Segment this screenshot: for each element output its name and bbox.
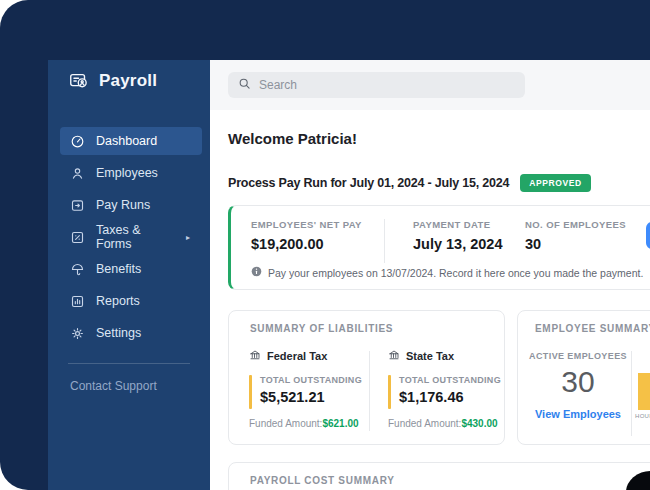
stat-divider (384, 219, 385, 263)
reports-icon (70, 294, 85, 309)
outstanding-label: TOTAL OUTSTANDING (399, 375, 501, 385)
funded-amount-row: Funded Amount:$621.00 (249, 418, 369, 429)
payroll-cost-card: PAYROLL COST SUMMARY (228, 462, 650, 490)
sidebar-divider (68, 363, 190, 364)
outstanding-label: TOTAL OUTSTANDING (260, 375, 362, 385)
sidebar-item-label: Settings (96, 326, 141, 340)
employees-icon (70, 166, 85, 181)
stat-value: 30 (525, 236, 626, 252)
federal-tax-block: Federal Tax TOTAL OUTSTANDING $5,521.21 … (249, 347, 369, 429)
dashboard-icon (70, 134, 85, 149)
stat-value: July 13, 2024 (413, 236, 503, 252)
welcome-heading: Welcome Patricia! (228, 130, 357, 147)
sidebar-item-settings[interactable]: Settings (60, 319, 202, 347)
contact-support-link[interactable]: Contact Support (70, 379, 157, 393)
sidebar-item-benefits[interactable]: Benefits (60, 255, 202, 283)
active-employees-label: ACTIVE EMPLOYEES (524, 351, 632, 361)
app-logo: Payroll (68, 70, 157, 92)
sidebar: Payroll Dashboard Employees (48, 60, 210, 490)
sidebar-item-label: Dashboard (96, 134, 157, 148)
status-badge: APPROVED (520, 174, 591, 192)
liabilities-divider (369, 351, 370, 431)
search-box[interactable] (228, 72, 525, 98)
chevron-right-icon: ▸ (186, 233, 190, 242)
tax-name: Federal Tax (267, 350, 327, 362)
employee-type-bar-label: HOURLY (635, 413, 650, 419)
sidebar-item-label: Reports (96, 294, 140, 308)
info-icon (251, 266, 262, 279)
active-employees-count: 30 (524, 365, 632, 399)
sidebar-item-dashboard[interactable]: Dashboard (60, 127, 202, 155)
taxes-forms-icon (70, 230, 85, 245)
sidebar-item-label: Taxes & Forms (96, 223, 175, 251)
benefits-icon (70, 262, 85, 277)
search-icon (238, 76, 251, 94)
payroll-logo-icon (68, 70, 90, 92)
employee-count-stat: NO. OF EMPLOYEES 30 (525, 219, 626, 252)
liabilities-title: SUMMARY OF LIABILITIES (250, 323, 393, 334)
payroll-cost-title: PAYROLL COST SUMMARY (250, 475, 395, 486)
sidebar-item-label: Pay Runs (96, 198, 150, 212)
employee-summary-divider (631, 351, 632, 436)
primary-action-button[interactable] (646, 222, 650, 249)
net-pay-stat: EMPLOYEES' NET PAY $19,200.00 (251, 219, 362, 252)
payroll-app-window: Payroll Dashboard Employees (0, 0, 650, 490)
sidebar-item-taxes-forms[interactable]: Taxes & Forms ▸ (60, 223, 202, 251)
outstanding-value: $5,521.21 (260, 389, 362, 405)
sidebar-item-reports[interactable]: Reports (60, 287, 202, 315)
sidebar-item-label: Benefits (96, 262, 141, 276)
sidebar-item-pay-runs[interactable]: Pay Runs (60, 191, 202, 219)
payrun-card: EMPLOYEES' NET PAY $19,200.00 PAYMENT DA… (228, 205, 650, 290)
yellow-accent-bar (249, 375, 252, 409)
payrun-note: Pay your employees on 13/07/2024. Record… (251, 266, 643, 279)
bank-icon (249, 347, 261, 365)
payment-date-stat: PAYMENT DATE July 13, 2024 (413, 219, 503, 252)
funded-amount-row: Funded Amount:$430.00 (388, 418, 508, 429)
stat-label: NO. OF EMPLOYEES (525, 219, 626, 230)
payrun-note-text: Pay your employees on 13/07/2024. Record… (268, 267, 643, 279)
funded-amount-value: $621.00 (322, 418, 358, 429)
main-content: Welcome Patricia! Process Pay Run for Ju… (210, 60, 650, 490)
payrun-heading-row: Process Pay Run for July 01, 2024 - July… (228, 174, 591, 192)
stat-label: EMPLOYEES' NET PAY (251, 219, 362, 230)
tax-name: State Tax (406, 350, 454, 362)
state-tax-block: State Tax TOTAL OUTSTANDING $1,176.46 Fu… (388, 347, 508, 429)
donut-chart-segment (626, 471, 650, 490)
employee-type-bar (638, 373, 650, 410)
bank-icon (388, 347, 400, 365)
search-input[interactable] (259, 78, 515, 92)
active-employees-block: ACTIVE EMPLOYEES 30 View Employees (524, 351, 632, 420)
sidebar-item-label: Employees (96, 166, 158, 180)
payrun-title: Process Pay Run for July 01, 2024 - July… (228, 176, 509, 190)
yellow-accent-bar (388, 375, 391, 409)
employee-summary-title: EMPLOYEE SUMMARY (535, 323, 650, 334)
liabilities-card: SUMMARY OF LIABILITIES Federal Tax TOTAL… (228, 310, 505, 445)
sidebar-item-employees[interactable]: Employees (60, 159, 202, 187)
topbar (210, 60, 650, 110)
outstanding-value: $1,176.46 (399, 389, 501, 405)
pay-runs-icon (70, 198, 85, 213)
employee-summary-card: EMPLOYEE SUMMARY ACTIVE EMPLOYEES 30 Vie… (517, 310, 650, 445)
view-employees-link[interactable]: View Employees (524, 408, 632, 420)
stat-label: PAYMENT DATE (413, 219, 503, 230)
settings-icon (70, 326, 85, 341)
app-title: Payroll (99, 71, 157, 91)
funded-amount-value: $430.00 (461, 418, 497, 429)
stat-value: $19,200.00 (251, 236, 362, 252)
